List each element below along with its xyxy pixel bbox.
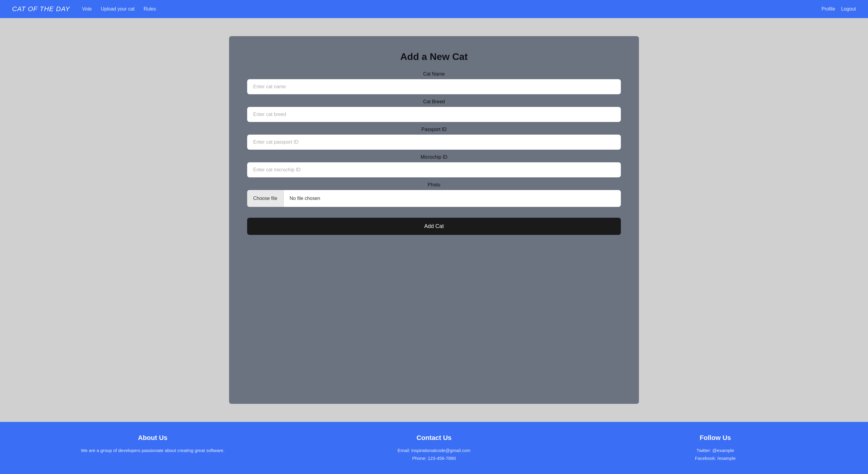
footer-about: About Us We are a group of developers pa…: [18, 434, 287, 462]
footer-follow-title: Follow Us: [581, 434, 850, 442]
footer-about-title: About Us: [18, 434, 287, 442]
file-input-wrapper: Choose file No file chosen: [247, 190, 621, 207]
file-choose-button[interactable]: Choose file: [247, 190, 284, 207]
add-cat-button[interactable]: Add Cat: [247, 218, 621, 235]
cat-breed-group: Cat Breed: [247, 99, 621, 122]
logout-link[interactable]: Logout: [841, 6, 856, 12]
photo-label: Photo: [247, 182, 621, 188]
footer-contact: Contact Us Email: inspirationalcode@gmai…: [299, 434, 568, 462]
footer-contact-title: Contact Us: [299, 434, 568, 442]
cat-name-group: Cat Name: [247, 71, 621, 94]
footer-follow-twitter: Twitter: @example: [581, 447, 850, 454]
site-title: CAT OF THE DAY: [12, 5, 70, 13]
footer-about-text: We are a group of developers passionate …: [18, 447, 287, 454]
passport-id-label: Passport ID: [247, 127, 621, 132]
nav-vote[interactable]: Vote: [82, 6, 92, 12]
microchip-id-label: Microchip ID: [247, 155, 621, 160]
nav-upload[interactable]: Upload your cat: [101, 6, 135, 12]
microchip-id-group: Microchip ID: [247, 155, 621, 177]
cat-breed-label: Cat Breed: [247, 99, 621, 104]
microchip-id-input[interactable]: [247, 162, 621, 177]
site-header: CAT OF THE DAY Vote Upload your cat Rule…: [0, 0, 868, 18]
header-left: CAT OF THE DAY Vote Upload your cat Rule…: [12, 5, 156, 13]
site-footer: About Us We are a group of developers pa…: [0, 422, 868, 474]
footer-contact-email: Email: inspirationalcode@gmail.com: [299, 447, 568, 454]
cat-name-input[interactable]: [247, 79, 621, 94]
footer-follow: Follow Us Twitter: @example Facebook: /e…: [581, 434, 850, 462]
form-container: Add a New Cat Cat Name Cat Breed Passpor…: [229, 36, 639, 404]
cat-name-label: Cat Name: [247, 71, 621, 77]
profile-link[interactable]: Profile: [822, 6, 835, 12]
file-no-chosen-text: No file chosen: [284, 196, 326, 201]
main-content: Add a New Cat Cat Name Cat Breed Passpor…: [0, 18, 868, 422]
nav-rules[interactable]: Rules: [144, 6, 156, 12]
passport-id-group: Passport ID: [247, 127, 621, 150]
footer-contact-phone: Phone: 123-456-7890: [299, 454, 568, 462]
footer-follow-facebook: Facebook: /example: [581, 454, 850, 462]
form-title: Add a New Cat: [247, 51, 621, 62]
cat-breed-input[interactable]: [247, 107, 621, 122]
header-right: Profile Logout: [822, 6, 856, 12]
main-nav: Vote Upload your cat Rules: [82, 6, 156, 12]
photo-group: Photo Choose file No file chosen: [247, 182, 621, 207]
passport-id-input[interactable]: [247, 135, 621, 150]
